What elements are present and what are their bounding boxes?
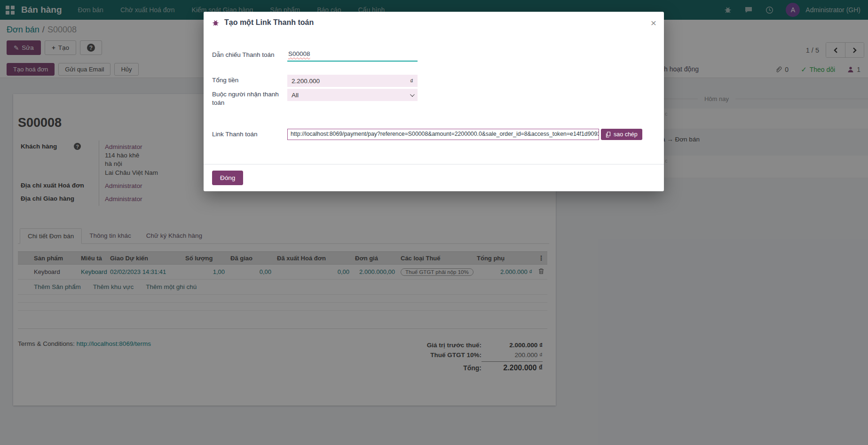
modal-body: Dẫn chiếu Thanh toán S00008 Tổng tiền 2.… <box>204 33 664 164</box>
chevron-down-icon <box>410 92 415 97</box>
payment-reference-label: Dẫn chiếu Thanh toán <box>212 49 283 75</box>
force-recipient-select[interactable]: All <box>287 89 418 101</box>
payment-reference-input[interactable]: S00008 <box>287 49 418 62</box>
payment-link-input[interactable]: http://localhost:8069/payment/pay?refere… <box>287 129 599 140</box>
copy-link-button[interactable]: sao chép <box>601 129 642 140</box>
amount-field[interactable]: 2.200.000 ₫ <box>287 75 418 87</box>
copy-icon <box>606 132 611 138</box>
bug-icon <box>212 19 219 26</box>
payment-link-dialog: Tạo một Link Thanh toán × Dẫn chiếu Than… <box>204 12 664 191</box>
payment-link-label: Link Thanh toán <box>212 129 283 140</box>
modal-footer: Đóng <box>204 164 664 191</box>
close-dialog-button[interactable]: Đóng <box>212 171 243 185</box>
force-recipient-label: Buộc người nhận thanh toán <box>212 89 283 107</box>
close-icon[interactable]: × <box>651 18 656 28</box>
modal-header: Tạo một Link Thanh toán × <box>204 12 664 33</box>
currency-symbol: ₫ <box>410 78 413 85</box>
modal-title: Tạo một Link Thanh toán <box>224 18 314 27</box>
amount-label: Tổng tiền <box>212 75 283 87</box>
